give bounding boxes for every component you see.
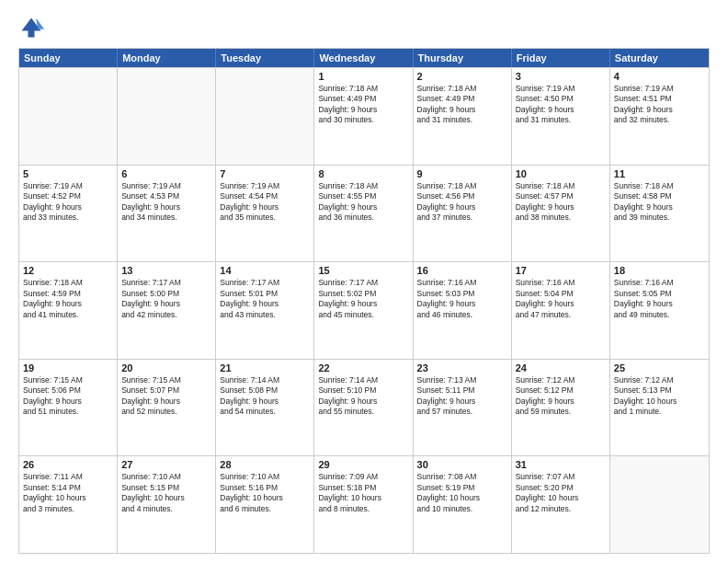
calendar-cell xyxy=(216,68,314,165)
day-number: 3 xyxy=(516,71,606,82)
day-info: Sunrise: 7:14 AM Sunset: 5:10 PM Dayligh… xyxy=(318,375,408,418)
day-info: Sunrise: 7:13 AM Sunset: 5:11 PM Dayligh… xyxy=(417,375,507,418)
calendar-cell: 29Sunrise: 7:09 AM Sunset: 5:18 PM Dayli… xyxy=(314,456,413,553)
day-number: 30 xyxy=(417,459,507,470)
calendar-row: 19Sunrise: 7:15 AM Sunset: 5:06 PM Dayli… xyxy=(19,359,709,456)
calendar-cell: 28Sunrise: 7:10 AM Sunset: 5:16 PM Dayli… xyxy=(216,456,314,553)
calendar-cell: 17Sunrise: 7:16 AM Sunset: 5:04 PM Dayli… xyxy=(512,262,610,359)
day-info: Sunrise: 7:09 AM Sunset: 5:18 PM Dayligh… xyxy=(318,472,408,514)
calendar-cell: 31Sunrise: 7:07 AM Sunset: 5:20 PM Dayli… xyxy=(512,456,610,553)
day-info: Sunrise: 7:18 AM Sunset: 4:49 PM Dayligh… xyxy=(417,84,507,126)
calendar-cell: 13Sunrise: 7:17 AM Sunset: 5:00 PM Dayli… xyxy=(118,262,216,359)
calendar: SundayMondayTuesdayWednesdayThursdayFrid… xyxy=(18,48,710,554)
day-number: 6 xyxy=(121,168,211,179)
calendar-cell: 3Sunrise: 7:19 AM Sunset: 4:50 PM Daylig… xyxy=(512,68,610,165)
day-number: 19 xyxy=(23,362,113,373)
logo-icon xyxy=(18,15,44,40)
calendar-cell: 9Sunrise: 7:18 AM Sunset: 4:56 PM Daylig… xyxy=(414,166,512,262)
day-info: Sunrise: 7:10 AM Sunset: 5:16 PM Dayligh… xyxy=(220,472,310,514)
weekday-header: Monday xyxy=(118,49,216,67)
weekday-header: Saturday xyxy=(610,49,709,67)
day-info: Sunrise: 7:16 AM Sunset: 5:03 PM Dayligh… xyxy=(417,278,507,320)
weekday-header: Friday xyxy=(512,49,610,67)
calendar-cell: 27Sunrise: 7:10 AM Sunset: 5:15 PM Dayli… xyxy=(118,456,216,553)
calendar-cell: 5Sunrise: 7:19 AM Sunset: 4:52 PM Daylig… xyxy=(19,166,118,262)
day-number: 9 xyxy=(417,168,507,179)
day-number: 5 xyxy=(23,168,113,179)
calendar-cell: 15Sunrise: 7:17 AM Sunset: 5:02 PM Dayli… xyxy=(314,262,413,359)
day-number: 23 xyxy=(417,362,507,373)
day-info: Sunrise: 7:17 AM Sunset: 5:01 PM Dayligh… xyxy=(220,278,310,320)
calendar-cell: 26Sunrise: 7:11 AM Sunset: 5:14 PM Dayli… xyxy=(19,456,118,553)
calendar-cell: 10Sunrise: 7:18 AM Sunset: 4:57 PM Dayli… xyxy=(512,166,610,262)
day-info: Sunrise: 7:10 AM Sunset: 5:15 PM Dayligh… xyxy=(121,472,211,514)
day-number: 8 xyxy=(318,168,408,179)
day-info: Sunrise: 7:07 AM Sunset: 5:20 PM Dayligh… xyxy=(516,472,606,514)
calendar-cell xyxy=(19,68,118,165)
calendar-row: 26Sunrise: 7:11 AM Sunset: 5:14 PM Dayli… xyxy=(19,455,709,553)
day-number: 29 xyxy=(318,459,408,470)
day-number: 1 xyxy=(318,71,408,82)
weekday-header: Thursday xyxy=(414,49,512,67)
calendar-cell: 8Sunrise: 7:18 AM Sunset: 4:55 PM Daylig… xyxy=(314,166,413,262)
calendar-cell xyxy=(118,68,216,165)
day-info: Sunrise: 7:14 AM Sunset: 5:08 PM Dayligh… xyxy=(220,375,310,418)
day-number: 4 xyxy=(614,71,705,82)
calendar-cell: 18Sunrise: 7:16 AM Sunset: 5:05 PM Dayli… xyxy=(610,262,709,359)
calendar-cell xyxy=(610,456,709,553)
day-info: Sunrise: 7:12 AM Sunset: 5:13 PM Dayligh… xyxy=(614,375,705,418)
day-info: Sunrise: 7:12 AM Sunset: 5:12 PM Dayligh… xyxy=(516,375,606,418)
header xyxy=(18,15,710,40)
day-info: Sunrise: 7:19 AM Sunset: 4:51 PM Dayligh… xyxy=(614,84,705,126)
calendar-cell: 6Sunrise: 7:19 AM Sunset: 4:53 PM Daylig… xyxy=(118,166,216,262)
day-number: 25 xyxy=(614,362,705,373)
weekday-header: Sunday xyxy=(19,49,118,67)
day-number: 7 xyxy=(220,168,310,179)
calendar-cell: 14Sunrise: 7:17 AM Sunset: 5:01 PM Dayli… xyxy=(216,262,314,359)
day-info: Sunrise: 7:11 AM Sunset: 5:14 PM Dayligh… xyxy=(23,472,113,514)
day-info: Sunrise: 7:19 AM Sunset: 4:50 PM Dayligh… xyxy=(516,84,606,126)
calendar-header: SundayMondayTuesdayWednesdayThursdayFrid… xyxy=(19,49,709,67)
day-info: Sunrise: 7:19 AM Sunset: 4:53 PM Dayligh… xyxy=(121,181,211,224)
day-number: 10 xyxy=(516,168,606,179)
day-number: 31 xyxy=(516,459,606,470)
day-info: Sunrise: 7:16 AM Sunset: 5:05 PM Dayligh… xyxy=(614,278,705,320)
calendar-cell: 25Sunrise: 7:12 AM Sunset: 5:13 PM Dayli… xyxy=(610,360,709,456)
calendar-cell: 24Sunrise: 7:12 AM Sunset: 5:12 PM Dayli… xyxy=(512,360,610,456)
weekday-header: Tuesday xyxy=(216,49,314,67)
day-number: 24 xyxy=(516,362,606,373)
day-info: Sunrise: 7:17 AM Sunset: 5:02 PM Dayligh… xyxy=(318,278,408,320)
day-info: Sunrise: 7:18 AM Sunset: 4:58 PM Dayligh… xyxy=(614,181,705,224)
day-number: 12 xyxy=(23,265,113,276)
calendar-cell: 2Sunrise: 7:18 AM Sunset: 4:49 PM Daylig… xyxy=(414,68,512,165)
calendar-cell: 12Sunrise: 7:18 AM Sunset: 4:59 PM Dayli… xyxy=(19,262,118,359)
calendar-row: 5Sunrise: 7:19 AM Sunset: 4:52 PM Daylig… xyxy=(19,165,709,262)
day-info: Sunrise: 7:19 AM Sunset: 4:52 PM Dayligh… xyxy=(23,181,113,224)
day-number: 14 xyxy=(220,265,310,276)
day-info: Sunrise: 7:18 AM Sunset: 4:59 PM Dayligh… xyxy=(23,278,113,320)
day-number: 22 xyxy=(318,362,408,373)
calendar-cell: 1Sunrise: 7:18 AM Sunset: 4:49 PM Daylig… xyxy=(314,68,413,165)
day-number: 18 xyxy=(614,265,705,276)
calendar-row: 12Sunrise: 7:18 AM Sunset: 4:59 PM Dayli… xyxy=(19,261,709,359)
day-number: 20 xyxy=(121,362,211,373)
calendar-cell: 11Sunrise: 7:18 AM Sunset: 4:58 PM Dayli… xyxy=(610,166,709,262)
calendar-cell: 23Sunrise: 7:13 AM Sunset: 5:11 PM Dayli… xyxy=(414,360,512,456)
day-info: Sunrise: 7:18 AM Sunset: 4:49 PM Dayligh… xyxy=(318,84,408,126)
day-number: 26 xyxy=(23,459,113,470)
day-info: Sunrise: 7:18 AM Sunset: 4:55 PM Dayligh… xyxy=(318,181,408,224)
day-number: 21 xyxy=(220,362,310,373)
calendar-cell: 7Sunrise: 7:19 AM Sunset: 4:54 PM Daylig… xyxy=(216,166,314,262)
day-number: 15 xyxy=(318,265,408,276)
day-info: Sunrise: 7:08 AM Sunset: 5:19 PM Dayligh… xyxy=(417,472,507,514)
page: SundayMondayTuesdayWednesdayThursdayFrid… xyxy=(0,0,728,563)
weekday-header: Wednesday xyxy=(314,49,413,67)
calendar-cell: 20Sunrise: 7:15 AM Sunset: 5:07 PM Dayli… xyxy=(118,360,216,456)
calendar-cell: 19Sunrise: 7:15 AM Sunset: 5:06 PM Dayli… xyxy=(19,360,118,456)
day-number: 16 xyxy=(417,265,507,276)
day-info: Sunrise: 7:19 AM Sunset: 4:54 PM Dayligh… xyxy=(220,181,310,224)
calendar-cell: 16Sunrise: 7:16 AM Sunset: 5:03 PM Dayli… xyxy=(414,262,512,359)
day-number: 17 xyxy=(516,265,606,276)
day-number: 28 xyxy=(220,459,310,470)
day-info: Sunrise: 7:17 AM Sunset: 5:00 PM Dayligh… xyxy=(121,278,211,320)
